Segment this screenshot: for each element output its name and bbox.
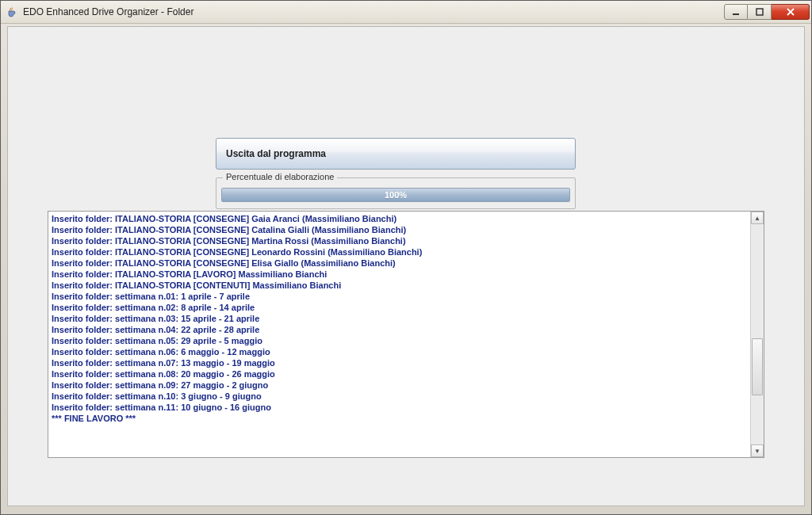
log-line: Inserito folder: settimana n.01: 1 april… — [52, 291, 747, 302]
progress-group-label: Percentuale di elaborazione — [223, 172, 337, 181]
log-line: Inserito folder: settimana n.04: 22 apri… — [52, 324, 747, 335]
titlebar[interactable]: EDO Enhanced Drive Organizer - Folder — [1, 1, 811, 24]
log-line: Inserito folder: settimana n.11: 10 giug… — [52, 402, 747, 413]
log-line: Inserito folder: settimana n.06: 6 maggi… — [52, 346, 747, 357]
client-area: Uscita dal programma Percentuale di elab… — [7, 26, 805, 506]
progress-bar: 100% — [221, 188, 570, 202]
log-panel: Inserito folder: ITALIANO-STORIA [CONSEG… — [48, 211, 764, 458]
maximize-button[interactable] — [748, 4, 772, 20]
window-title: EDO Enhanced Drive Organizer - Folder — [23, 6, 724, 17]
log-line: Inserito folder: ITALIANO-STORIA [LAVORO… — [52, 269, 747, 280]
log-line: Inserito folder: settimana n.09: 27 magg… — [52, 380, 747, 391]
log-line: *** FINE LAVORO *** — [52, 413, 747, 424]
progress-percent-label: 100% — [222, 189, 569, 201]
log-line: Inserito folder: ITALIANO-STORIA [CONSEG… — [52, 235, 747, 246]
log-line: Inserito folder: settimana n.07: 13 magg… — [52, 357, 747, 368]
log-text[interactable]: Inserito folder: ITALIANO-STORIA [CONSEG… — [48, 212, 750, 457]
log-line: Inserito folder: settimana n.08: 20 magg… — [52, 368, 747, 380]
log-line: Inserito folder: settimana n.10: 3 giugn… — [52, 391, 747, 402]
top-panel: Uscita dal programma Percentuale di elab… — [216, 138, 580, 209]
log-line: Inserito folder: ITALIANO-STORIA [CONSEG… — [52, 246, 747, 258]
java-cup-icon — [6, 6, 18, 18]
vertical-scrollbar[interactable]: ▲ ▼ — [750, 212, 764, 457]
log-line: Inserito folder: ITALIANO-STORIA [CONSEG… — [52, 258, 747, 269]
scroll-thumb[interactable] — [752, 338, 763, 395]
scroll-down-button[interactable]: ▼ — [751, 444, 764, 457]
svg-rect-1 — [756, 9, 763, 15]
svg-rect-0 — [733, 13, 739, 15]
progress-group: Percentuale di elaborazione 100% — [216, 177, 576, 209]
exit-program-label: Uscita dal programma — [226, 148, 326, 159]
window-controls — [724, 4, 810, 20]
log-line: Inserito folder: settimana n.03: 15 apri… — [52, 313, 747, 324]
log-line: Inserito folder: ITALIANO-STORIA [CONSEG… — [52, 213, 747, 224]
minimize-button[interactable] — [724, 4, 748, 20]
scroll-up-button[interactable]: ▲ — [751, 212, 764, 224]
log-line: Inserito folder: settimana n.02: 8 april… — [52, 302, 747, 313]
exit-program-button[interactable]: Uscita dal programma — [216, 138, 576, 170]
log-line: Inserito folder: settimana n.05: 29 apri… — [52, 335, 747, 346]
log-line: Inserito folder: ITALIANO-STORIA [CONTEN… — [52, 280, 747, 291]
app-window: EDO Enhanced Drive Organizer - Folder Us… — [0, 0, 812, 515]
log-line: Inserito folder: ITALIANO-STORIA [CONSEG… — [52, 224, 747, 235]
close-button[interactable] — [772, 4, 810, 20]
